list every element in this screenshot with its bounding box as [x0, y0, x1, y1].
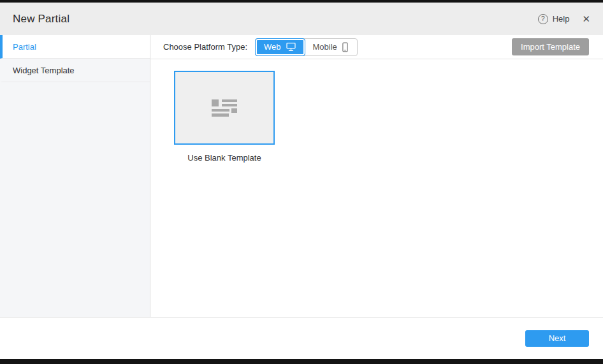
main-panel: Choose Platform Type: Web Mobile: [150, 35, 603, 317]
platform-mobile-label: Mobile: [313, 42, 337, 52]
header-actions: ? Help ✕: [538, 14, 590, 24]
dialog-body: Partial Widget Template Choose Platform …: [0, 35, 603, 317]
sidebar: Partial Widget Template: [0, 35, 150, 317]
template-gallery: Use Blank Template: [150, 59, 603, 317]
dialog-header: New Partial ? Help ✕: [0, 3, 603, 35]
screen-background: New Partial ? Help ✕ Partial Widget Temp…: [0, 0, 603, 364]
close-icon[interactable]: ✕: [582, 14, 590, 24]
monitor-icon: [286, 42, 296, 52]
next-button[interactable]: Next: [525, 330, 589, 347]
help-label: Help: [553, 14, 570, 24]
platform-mobile-button[interactable]: Mobile: [305, 39, 357, 55]
sidebar-item-partial[interactable]: Partial: [0, 35, 150, 59]
dialog-footer: Next: [0, 317, 603, 359]
sidebar-item-widget-template[interactable]: Widget Template: [0, 59, 150, 82]
sidebar-item-label: Partial: [13, 42, 36, 52]
blank-template-card[interactable]: [174, 71, 275, 145]
blank-template-icon: [212, 99, 237, 117]
help-button[interactable]: ? Help: [538, 14, 570, 24]
help-icon: ?: [538, 14, 548, 24]
import-template-button[interactable]: Import Template: [512, 38, 589, 55]
platform-toolbar: Choose Platform Type: Web Mobile: [150, 35, 603, 59]
blank-template-label: Use Blank Template: [174, 153, 275, 163]
mobile-icon: [342, 42, 349, 52]
platform-web-label: Web: [264, 42, 281, 52]
sidebar-item-label: Widget Template: [13, 66, 75, 75]
platform-web-button[interactable]: Web: [255, 38, 305, 56]
blank-template-item: Use Blank Template: [174, 71, 603, 163]
platform-segmented-control: Web Mobile: [255, 38, 358, 56]
page-title: New Partial: [13, 13, 69, 25]
new-partial-dialog: New Partial ? Help ✕ Partial Widget Temp…: [0, 3, 603, 359]
choose-platform-label: Choose Platform Type:: [163, 42, 247, 52]
